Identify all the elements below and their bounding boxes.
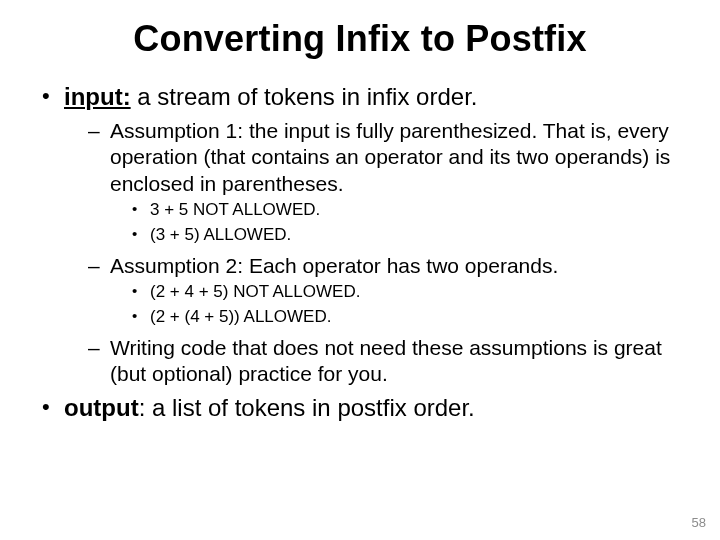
assumption-2-text: Assumption 2: Each operator has two oper… (110, 254, 558, 277)
bullet-output: output: a list of tokens in postfix orde… (40, 393, 680, 423)
a2-example-not-allowed: (2 + 4 + 5) NOT ALLOWED. (128, 281, 680, 304)
page-number: 58 (692, 515, 706, 530)
slide: Converting Infix to Postfix input: a str… (0, 0, 720, 540)
assumption-2: Assumption 2: Each operator has two oper… (84, 253, 680, 329)
assumption-1: Assumption 1: the input is fully parenth… (84, 118, 680, 247)
assumption-1-text: Assumption 1: the input is fully parenth… (110, 119, 670, 195)
input-text: a stream of tokens in infix order. (131, 83, 478, 110)
optional-practice: Writing code that does not need these as… (84, 335, 680, 388)
bullet-list: input: a stream of tokens in infix order… (40, 82, 680, 423)
a1-example-not-allowed: 3 + 5 NOT ALLOWED. (128, 199, 680, 222)
output-text: : a list of tokens in postfix order. (139, 394, 475, 421)
assumption-2-examples: (2 + 4 + 5) NOT ALLOWED. (2 + (4 + 5)) A… (128, 281, 680, 329)
input-sublist: Assumption 1: the input is fully parenth… (84, 118, 680, 387)
a2-example-allowed: (2 + (4 + 5)) ALLOWED. (128, 306, 680, 329)
bullet-input: input: a stream of tokens in infix order… (40, 82, 680, 387)
output-label: output (64, 394, 139, 421)
a1-example-allowed: (3 + 5) ALLOWED. (128, 224, 680, 247)
assumption-1-examples: 3 + 5 NOT ALLOWED. (3 + 5) ALLOWED. (128, 199, 680, 247)
input-label: input: (64, 83, 131, 110)
slide-title: Converting Infix to Postfix (40, 18, 680, 60)
